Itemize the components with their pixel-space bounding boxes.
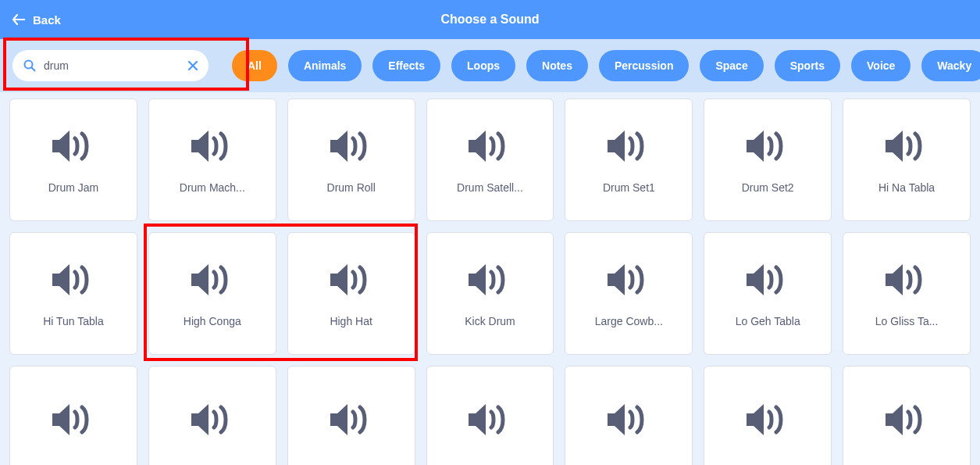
sound-label: Large Cowb... (573, 315, 684, 327)
sound-card[interactable] (287, 366, 415, 465)
category-percussion[interactable]: Percussion (599, 50, 689, 81)
sound-card[interactable] (148, 366, 276, 465)
sound-card[interactable]: High Hat (287, 232, 415, 355)
sound-card[interactable]: Drum Mach... (148, 98, 276, 221)
speaker-icon (327, 127, 376, 166)
speaker-icon (882, 260, 931, 299)
category-notes[interactable]: Notes (526, 50, 588, 81)
speaker-icon (49, 127, 98, 166)
speaker-icon (465, 400, 514, 439)
sound-card[interactable]: Lo Geh Tabla (704, 232, 832, 355)
sound-card[interactable]: Lo Gliss Ta... (843, 232, 971, 355)
header: Back Choose a Sound (0, 0, 980, 39)
sound-card[interactable] (565, 366, 693, 465)
sound-grid: Drum JamDrum Mach...Drum RollDrum Satell… (0, 92, 980, 465)
speaker-icon (188, 400, 237, 439)
clear-icon[interactable] (188, 61, 198, 70)
sound-card[interactable]: Drum Jam (9, 98, 137, 221)
speaker-icon (882, 127, 931, 166)
speaker-icon (465, 260, 514, 299)
speaker-icon (604, 260, 653, 299)
sound-label: Drum Jam (18, 181, 129, 194)
search-icon (23, 59, 36, 72)
speaker-icon (327, 260, 376, 299)
sound-label: Hi Tun Tabla (18, 315, 129, 327)
sound-card[interactable] (843, 366, 971, 465)
sound-label: Kick Drum (435, 315, 546, 327)
sound-label: Drum Set1 (573, 181, 684, 194)
speaker-icon (743, 127, 792, 166)
speaker-icon (327, 400, 376, 439)
category-wacky[interactable]: Wacky (921, 50, 980, 81)
sound-card[interactable]: High Conga (148, 232, 276, 355)
sound-card[interactable]: Drum Roll (287, 98, 415, 221)
sound-label: Drum Set2 (712, 181, 823, 194)
back-button[interactable]: Back (12, 13, 61, 27)
svg-line-1 (32, 68, 35, 71)
sound-label: Hi Na Tabla (851, 181, 962, 194)
speaker-icon (49, 400, 98, 439)
search-input[interactable] (44, 59, 180, 72)
speaker-icon (743, 260, 792, 299)
category-voice[interactable]: Voice (851, 50, 911, 81)
speaker-icon (604, 127, 653, 166)
category-list: AllAnimalsEffectsLoopsNotesPercussionSpa… (232, 50, 980, 81)
filter-bar: AllAnimalsEffectsLoopsNotesPercussionSpa… (0, 39, 980, 92)
page-title: Choose a Sound (440, 13, 539, 27)
sound-label: High Conga (157, 315, 268, 327)
sound-card[interactable]: Drum Set1 (565, 98, 693, 221)
speaker-icon (49, 260, 98, 299)
speaker-icon (188, 127, 237, 166)
category-all[interactable]: All (232, 50, 277, 81)
sound-card[interactable]: Kick Drum (426, 232, 554, 355)
sound-card[interactable]: Drum Set2 (704, 98, 832, 221)
arrow-left-icon (12, 14, 25, 25)
category-effects[interactable]: Effects (372, 50, 440, 81)
category-sports[interactable]: Sports (775, 50, 840, 81)
sound-label: Drum Mach... (157, 181, 268, 194)
sound-card[interactable] (9, 366, 137, 465)
sound-card[interactable]: Hi Tun Tabla (9, 232, 137, 355)
category-loops[interactable]: Loops (451, 50, 515, 81)
sound-card[interactable]: Hi Na Tabla (843, 98, 971, 221)
speaker-icon (882, 400, 931, 439)
sound-label: Lo Gliss Ta... (851, 315, 962, 327)
category-animals[interactable]: Animals (288, 50, 362, 81)
sound-card[interactable] (704, 366, 832, 465)
sound-card[interactable]: Drum Satell... (426, 98, 554, 221)
speaker-icon (604, 400, 653, 439)
speaker-icon (465, 127, 514, 166)
sound-card[interactable] (426, 366, 554, 465)
search-container (12, 50, 208, 81)
sound-label: Lo Geh Tabla (712, 315, 823, 327)
sound-card[interactable]: Large Cowb... (565, 232, 693, 355)
back-label: Back (33, 13, 61, 27)
speaker-icon (743, 400, 792, 439)
sound-label: Drum Roll (296, 181, 407, 194)
sound-label: High Hat (296, 315, 407, 327)
speaker-icon (188, 260, 237, 299)
sound-label: Drum Satell... (435, 181, 546, 194)
category-space[interactable]: Space (700, 50, 763, 81)
